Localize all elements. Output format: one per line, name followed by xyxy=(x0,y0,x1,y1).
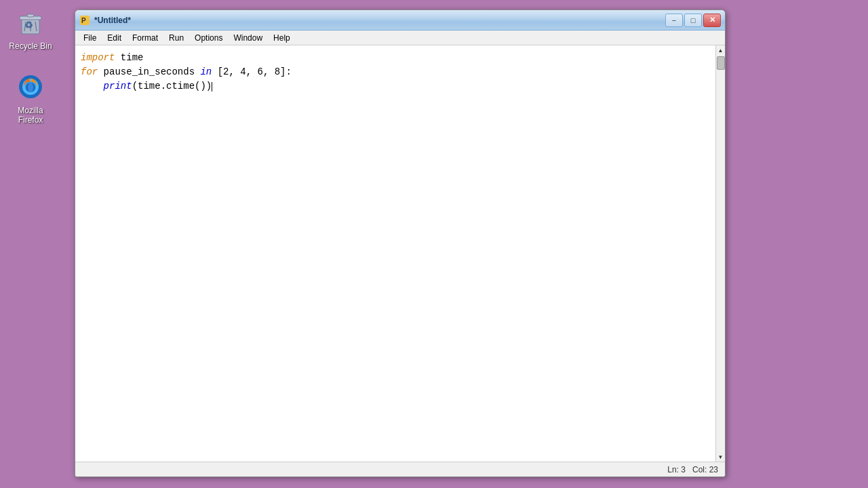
menu-edit[interactable]: Edit xyxy=(102,32,127,44)
close-button[interactable]: ✕ xyxy=(703,14,721,27)
text-cursor xyxy=(212,82,212,92)
svg-text:♻: ♻ xyxy=(24,20,33,30)
menu-bar: File Edit Format Run Options Window Help xyxy=(75,30,725,45)
desktop: ♻ Recycle Bin Mozilla Firefox xyxy=(0,0,868,488)
menu-file[interactable]: File xyxy=(78,32,102,44)
firefox-label: Mozilla Firefox xyxy=(6,106,55,125)
recycle-bin-label: Recycle Bin xyxy=(9,41,52,51)
status-column: Col: 23 xyxy=(692,465,718,474)
title-bar-buttons: − □ ✕ xyxy=(665,14,721,27)
code-indent xyxy=(81,81,104,92)
editor-line-1: import time xyxy=(81,51,710,65)
menu-format[interactable]: Format xyxy=(127,32,163,44)
code-list: [2, 4, 6, 8]: xyxy=(212,66,292,77)
menu-run[interactable]: Run xyxy=(163,32,189,44)
svg-rect-2 xyxy=(27,14,34,17)
idle-window: P *Untitled* − □ ✕ File Edit Format Run … xyxy=(75,9,726,477)
menu-help[interactable]: Help xyxy=(268,32,296,44)
editor-line-2: for pause_in_seconds in [2, 4, 6, 8]: xyxy=(81,65,710,79)
recycle-bin-image: ♻ xyxy=(14,6,47,39)
minimize-button[interactable]: − xyxy=(665,14,683,27)
maximize-button[interactable]: □ xyxy=(684,14,702,27)
status-sep xyxy=(686,465,692,474)
keyword-import: import xyxy=(81,52,115,63)
title-bar: P *Untitled* − □ ✕ xyxy=(75,10,725,30)
code-call: (time.ctime()) xyxy=(132,81,212,92)
svg-point-11 xyxy=(28,83,33,92)
scroll-down-arrow[interactable]: ▼ xyxy=(717,452,725,462)
scrollbar-vertical[interactable]: ▲ ▼ xyxy=(715,45,725,462)
recycle-bin-icon[interactable]: ♻ Recycle Bin xyxy=(3,3,58,54)
keyword-for: for xyxy=(81,66,98,77)
status-bar: Ln: 3 Col: 23 xyxy=(75,462,725,476)
code-var: pause_in_seconds xyxy=(98,66,200,77)
firefox-image xyxy=(14,70,47,103)
menu-options[interactable]: Options xyxy=(189,32,228,44)
editor-container[interactable]: import time for pause_in_seconds in [2, … xyxy=(75,45,725,462)
firefox-desktop-icon[interactable]: Mozilla Firefox xyxy=(3,68,58,128)
window-title: *Untitled* xyxy=(94,16,665,25)
menu-window[interactable]: Window xyxy=(228,32,268,44)
scroll-thumb[interactable] xyxy=(717,56,725,70)
code-text: time xyxy=(115,52,143,63)
status-line: Ln: 3 xyxy=(667,465,686,474)
scroll-up-arrow[interactable]: ▲ xyxy=(717,45,725,55)
title-bar-icon: P xyxy=(79,15,90,26)
svg-text:P: P xyxy=(81,17,86,24)
keyword-in: in xyxy=(200,66,212,77)
editor-content[interactable]: import time for pause_in_seconds in [2, … xyxy=(75,45,715,462)
keyword-print: print xyxy=(104,81,132,92)
editor-line-3: print(time.ctime()) xyxy=(81,79,710,94)
